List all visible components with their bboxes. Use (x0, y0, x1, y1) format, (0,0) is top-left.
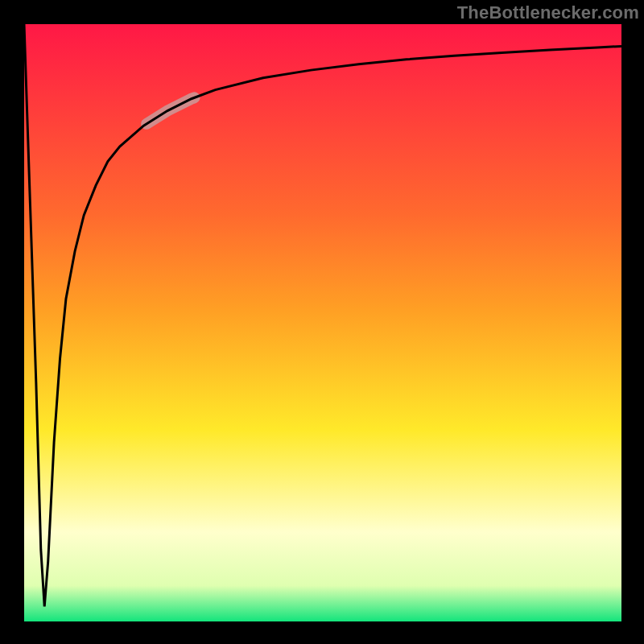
gradient-background (24, 24, 621, 621)
attribution-label: TheBottlenecker.com (457, 2, 639, 23)
chart-root: TheBottlenecker.com (0, 0, 644, 644)
chart-canvas (24, 24, 621, 621)
